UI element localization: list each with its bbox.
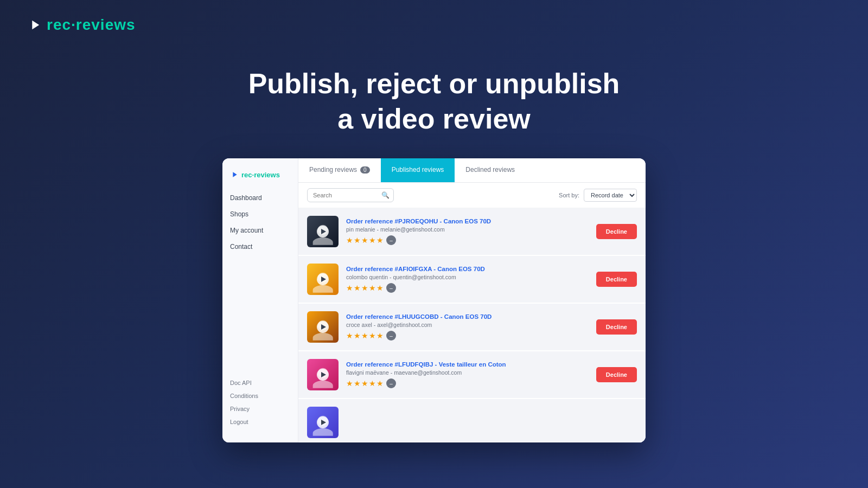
decline-button[interactable]: Decline xyxy=(596,367,637,382)
sidebar-item-myaccount[interactable]: My account xyxy=(222,222,298,239)
sidebar-footer: Doc API Conditions Privacy Logout xyxy=(222,372,298,433)
play-triangle-icon xyxy=(321,420,326,425)
search-wrapper: 🔍 xyxy=(307,188,394,202)
play-triangle-icon xyxy=(321,324,326,330)
logo-text: rec·reviews xyxy=(47,16,136,34)
play-triangle-icon xyxy=(321,229,326,234)
review-info: Order reference #LFUDFQIBJ - Veste taill… xyxy=(346,361,589,388)
star-rating: ★★★★★ xyxy=(346,331,384,340)
review-author: pin melanie - melanie@getinshoot.com xyxy=(346,226,589,233)
review-dot: – xyxy=(386,283,396,293)
decline-button[interactable]: Decline xyxy=(596,224,637,239)
review-thumbnail[interactable] xyxy=(307,264,339,295)
review-info: Order reference #AFIOIFGXA - Canon EOS 7… xyxy=(346,266,589,293)
stars-row: ★★★★★ – xyxy=(346,283,589,293)
header: rec·reviews xyxy=(0,0,868,50)
review-dot: – xyxy=(386,235,396,245)
review-order-ref: Order reference #LHUUGCOBD - Canon EOS 7… xyxy=(346,313,589,320)
review-info: Order reference #LHUUGCOBD - Canon EOS 7… xyxy=(346,313,589,341)
panel-container: rec·reviews Dashboard Shops My account C… xyxy=(0,158,868,442)
review-thumbnail[interactable] xyxy=(307,216,339,247)
table-row xyxy=(298,399,646,442)
play-button[interactable] xyxy=(317,273,329,285)
logo: rec·reviews xyxy=(27,16,136,34)
sidebar-item-shops[interactable]: Shops xyxy=(222,206,298,222)
review-dot: – xyxy=(386,331,396,341)
review-list: Order reference #PJROEQOHU - Canon EOS 7… xyxy=(298,208,646,442)
sidebar-item-contact[interactable]: Contact xyxy=(222,239,298,255)
main-panel: rec·reviews Dashboard Shops My account C… xyxy=(222,158,646,442)
review-author: colombo quentin - quentin@getinshoot.com xyxy=(346,274,589,280)
stars-row: ★★★★★ – xyxy=(346,378,589,388)
tabs-bar: Pending reviews 0 Published reviews Decl… xyxy=(298,158,646,183)
sidebar-footer-conditions[interactable]: Conditions xyxy=(222,389,298,402)
decline-button[interactable]: Decline xyxy=(596,319,637,335)
stars-row: ★★★★★ – xyxy=(346,331,589,341)
search-input[interactable] xyxy=(307,188,394,202)
hero-section: Publish, reject or unpublish a video rev… xyxy=(0,50,868,158)
sidebar-logo: rec·reviews xyxy=(222,168,298,190)
star-rating: ★★★★★ xyxy=(346,284,384,292)
sort-select[interactable]: Record dateRatingDate xyxy=(584,189,637,202)
review-author: flavigni maëvane - maevane@getinshoot.co… xyxy=(346,369,589,376)
pending-badge: 0 xyxy=(360,166,370,174)
review-info: Order reference #PJROEQOHU - Canon EOS 7… xyxy=(346,218,589,245)
review-order-ref: Order reference #LFUDFQIBJ - Veste taill… xyxy=(346,361,589,368)
sidebar-item-dashboard[interactable]: Dashboard xyxy=(222,190,298,206)
hero-title: Publish, reject or unpublish a video rev… xyxy=(0,66,868,137)
star-rating: ★★★★★ xyxy=(346,236,384,245)
review-dot: – xyxy=(386,378,396,388)
search-icon: 🔍 xyxy=(381,191,390,199)
decline-button[interactable]: Decline xyxy=(596,272,637,287)
sidebar-footer-privacy[interactable]: Privacy xyxy=(222,402,298,415)
review-thumbnail[interactable] xyxy=(307,407,339,438)
review-thumbnail[interactable] xyxy=(307,359,339,390)
tab-declined[interactable]: Declined reviews xyxy=(455,158,526,182)
sidebar: rec·reviews Dashboard Shops My account C… xyxy=(222,158,298,442)
review-order-ref: Order reference #PJROEQOHU - Canon EOS 7… xyxy=(346,218,589,224)
sidebar-nav: Dashboard Shops My account Contact xyxy=(222,190,298,255)
stars-row: ★★★★★ – xyxy=(346,235,589,245)
play-triangle-icon xyxy=(321,277,326,282)
review-thumbnail[interactable] xyxy=(307,311,339,343)
table-row: Order reference #LHUUGCOBD - Canon EOS 7… xyxy=(298,304,646,351)
table-row: Order reference #PJROEQOHU - Canon EOS 7… xyxy=(298,208,646,256)
toolbar: 🔍 Sort by: Record dateRatingDate xyxy=(298,183,646,208)
sidebar-footer-docapi[interactable]: Doc API xyxy=(222,376,298,389)
play-triangle-icon xyxy=(321,372,326,377)
review-author: croce axel - axel@getinshoot.com xyxy=(346,322,589,328)
play-icon xyxy=(27,17,42,33)
tab-published[interactable]: Published reviews xyxy=(381,158,455,182)
sidebar-play-icon xyxy=(230,170,239,179)
sort-label: Sort by: xyxy=(559,192,579,198)
star-rating: ★★★★★ xyxy=(346,379,384,388)
sidebar-logo-text: rec·reviews xyxy=(241,171,280,179)
table-row: Order reference #AFIOIFGXA - Canon EOS 7… xyxy=(298,256,646,304)
sort-wrapper: Sort by: Record dateRatingDate xyxy=(559,189,637,202)
play-button[interactable] xyxy=(317,226,329,237)
play-button[interactable] xyxy=(317,321,329,333)
sidebar-footer-logout[interactable]: Logout xyxy=(222,415,298,428)
table-row: Order reference #LFUDFQIBJ - Veste taill… xyxy=(298,351,646,399)
play-button[interactable] xyxy=(317,369,329,381)
review-order-ref: Order reference #AFIOIFGXA - Canon EOS 7… xyxy=(346,266,589,272)
tab-pending[interactable]: Pending reviews 0 xyxy=(298,158,381,182)
play-button[interactable] xyxy=(317,416,329,428)
main-content: Pending reviews 0 Published reviews Decl… xyxy=(298,158,646,442)
